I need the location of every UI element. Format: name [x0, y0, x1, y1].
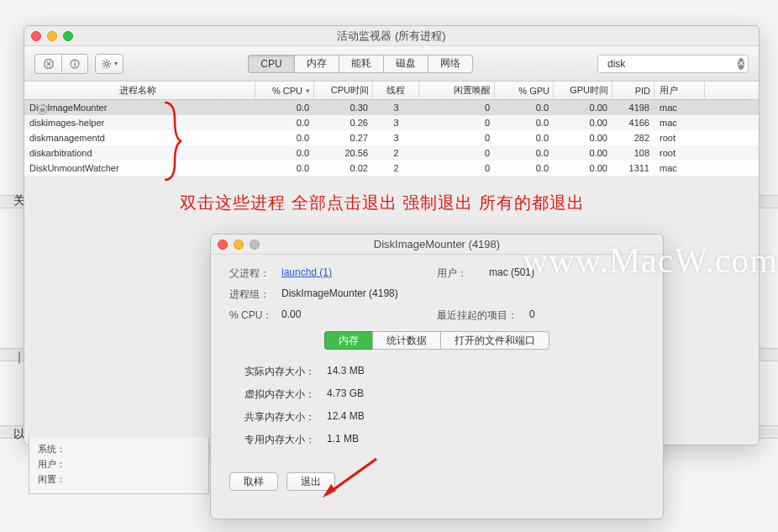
summary-system: 系统：	[38, 443, 200, 456]
col-wake[interactable]: 闲置唤醒	[419, 82, 495, 99]
svg-rect-18	[40, 108, 45, 113]
tab-memory[interactable]: 内存	[324, 331, 372, 350]
svg-rect-5	[74, 63, 76, 66]
toolbar: ▾ CPU 内存 能耗 磁盘 网络 ✕	[24, 46, 759, 82]
group-label: 进程组：	[229, 287, 281, 302]
hang-value: 0	[529, 308, 535, 323]
summary-user: 用户：	[38, 458, 200, 471]
zoom-window-disabled	[250, 240, 260, 250]
col-user[interactable]: 用户	[654, 82, 705, 99]
table-header: 进程名称 % CPU▾ CPU时间 线程 闲置唤醒 % GPU GPU时间 PI…	[24, 82, 759, 100]
zoom-window[interactable]	[63, 31, 73, 41]
cpu-summary-panel: 系统： 用户： 闲置：	[29, 438, 209, 494]
parent-process-link[interactable]: launchd (1)	[281, 266, 332, 281]
search-input[interactable]	[607, 58, 733, 70]
memory-row: 实际内存大小：14.3 MB	[231, 365, 644, 379]
svg-line-13	[103, 66, 104, 66]
clear-search-icon[interactable]: ✕	[738, 58, 744, 70]
cpu-value: 0.00	[281, 308, 301, 323]
summary-idle: 闲置：	[38, 473, 200, 486]
process-name: diskmanagementd	[24, 133, 255, 143]
sample-button[interactable]: 取样	[229, 472, 278, 491]
quit-button[interactable]: 退出	[286, 472, 335, 491]
process-name: diskimages-helper	[24, 118, 255, 128]
process-name: DiskImageMounter	[24, 103, 255, 113]
tab-disk[interactable]: 磁盘	[383, 55, 428, 73]
table-row[interactable]: diskmanagementd0.00.27300.00.00282root	[24, 130, 759, 145]
category-tabs: CPU 内存 能耗 磁盘 网络	[248, 55, 472, 73]
table-row[interactable]: diskimages-helper0.00.26300.00.004166mac	[24, 115, 759, 130]
minimize-window[interactable]	[234, 240, 244, 250]
search-field[interactable]: ✕	[597, 55, 749, 73]
svg-line-12	[108, 66, 109, 66]
col-pid[interactable]: PID	[612, 82, 654, 99]
close-window[interactable]	[218, 240, 228, 250]
minimize-window[interactable]	[47, 31, 57, 41]
parent-label: 父进程：	[229, 266, 281, 281]
tab-cpu[interactable]: CPU	[248, 55, 293, 73]
stop-process-button[interactable]	[34, 54, 61, 74]
tab-open-files[interactable]: 打开的文件和端口	[440, 331, 549, 350]
tab-energy[interactable]: 能耗	[339, 55, 383, 73]
process-name: diskarbitrationd	[24, 148, 255, 158]
memory-row: 虚拟内存大小：4.73 GB	[231, 387, 644, 402]
annotation-text: 双击这些进程 全部点击退出 强制退出 所有的都退出	[180, 192, 585, 214]
titlebar: 活动监视器 (所有进程)	[24, 26, 759, 46]
table-row[interactable]: DiskImageMounter0.00.30300.00.004198mac	[24, 100, 759, 115]
group-value: DiskImageMounter (4198)	[281, 287, 398, 302]
table-row[interactable]: DiskUnmountWatcher0.00.02200.00.001311ma…	[24, 161, 759, 176]
col-cputime[interactable]: CPU时间	[314, 82, 373, 99]
tab-stats[interactable]: 统计数据	[372, 331, 440, 350]
tab-memory[interactable]: 内存	[294, 55, 339, 73]
col-cpu[interactable]: % CPU▾	[255, 82, 314, 99]
col-gputime[interactable]: GPU时间	[554, 82, 612, 99]
svg-line-14	[108, 61, 109, 61]
gear-menu[interactable]: ▾	[95, 54, 124, 74]
process-name: DiskUnmountWatcher	[24, 163, 255, 173]
svg-line-11	[103, 61, 104, 61]
close-window[interactable]	[31, 31, 41, 41]
svg-point-4	[74, 61, 76, 62]
col-threads[interactable]: 线程	[373, 82, 419, 99]
table-row[interactable]: diskarbitrationd0.020.56200.00.00108root	[24, 145, 759, 161]
process-table: DiskImageMounter0.00.30300.00.004198macd…	[24, 100, 759, 176]
memory-rows: 实际内存大小：14.3 MB虚拟内存大小：4.73 GB共享内存大小：12.4 …	[231, 365, 644, 447]
memory-row: 共享内存大小：12.4 MB	[231, 410, 644, 424]
window-title: 活动监视器 (所有进程)	[24, 29, 759, 44]
col-gpu[interactable]: % GPU	[495, 82, 554, 99]
svg-point-6	[105, 62, 108, 66]
chevron-down-icon: ▾	[306, 87, 310, 95]
tab-network[interactable]: 网络	[428, 55, 473, 73]
user-label: 用户：	[437, 266, 489, 281]
watermark-text: www.MacW.com	[523, 240, 778, 281]
col-name[interactable]: 进程名称	[24, 82, 255, 99]
cpu-label: % CPU：	[229, 308, 281, 323]
inspect-process-button[interactable]	[61, 54, 88, 74]
hang-label: 最近挂起的项目：	[437, 308, 529, 323]
detail-tabs: 内存 统计数据 打开的文件和端口	[229, 331, 644, 350]
chevron-down-icon: ▾	[114, 60, 118, 67]
memory-row: 专用内存大小：1.1 MB	[231, 433, 644, 447]
